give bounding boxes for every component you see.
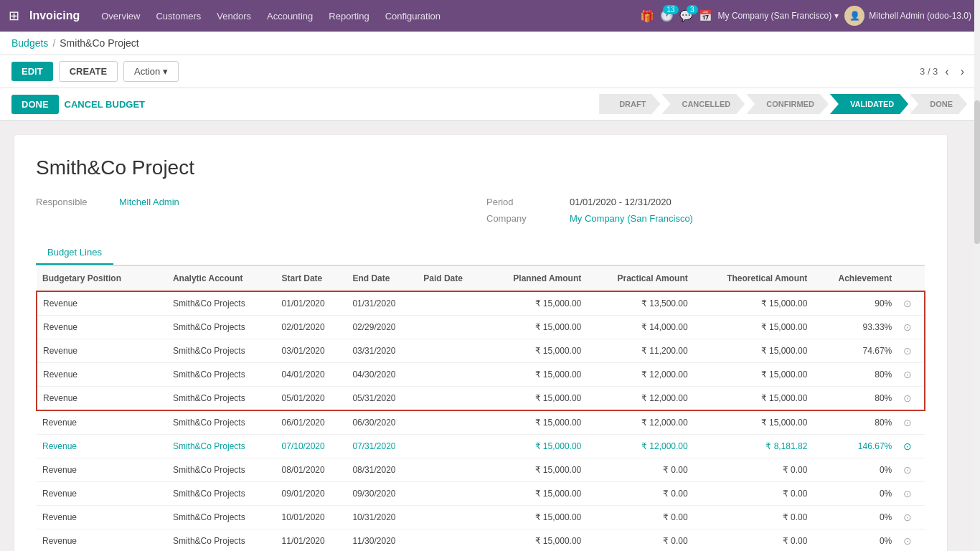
start-date: 09/01/2020 bbox=[276, 482, 347, 506]
achievement: 0% bbox=[813, 458, 897, 482]
cancel-budget-button[interactable]: CANCEL BUDGET bbox=[65, 99, 145, 110]
row-action-icon[interactable]: ⊙ bbox=[897, 506, 925, 529]
row-action-icon[interactable]: ⊙ bbox=[897, 291, 925, 316]
circle-settings-icon[interactable]: ⊙ bbox=[903, 488, 912, 499]
nav-reporting[interactable]: Reporting bbox=[321, 8, 376, 24]
achievement: 80% bbox=[813, 363, 897, 387]
start-date: 03/01/2020 bbox=[276, 339, 347, 363]
row-action-icon[interactable]: ⊙ bbox=[897, 458, 925, 482]
row-action-icon[interactable]: ⊙ bbox=[897, 387, 925, 411]
prev-button[interactable]: ‹ bbox=[941, 64, 953, 80]
analytic-account: Smith&Co Projects bbox=[167, 316, 276, 339]
theoretical-amount: ₹ 15,000.00 bbox=[694, 363, 814, 387]
nav-vendors[interactable]: Vendors bbox=[209, 8, 258, 24]
circle-settings-icon[interactable]: ⊙ bbox=[903, 321, 912, 333]
paid-date bbox=[418, 506, 484, 529]
row-action-icon[interactable]: ⊙ bbox=[897, 363, 925, 387]
status-validated[interactable]: VALIDATED bbox=[830, 94, 908, 114]
scrollbar[interactable] bbox=[974, 0, 980, 551]
table-row[interactable]: RevenueSmith&Co Projects05/01/202005/31/… bbox=[37, 387, 925, 411]
table-row[interactable]: RevenueSmith&Co Projects11/01/202011/30/… bbox=[37, 529, 925, 552]
company-value[interactable]: My Company (San Francisco) bbox=[570, 213, 693, 224]
table-row[interactable]: RevenueSmith&Co Projects08/01/202008/31/… bbox=[37, 458, 925, 482]
nav-accounting[interactable]: Accounting bbox=[260, 8, 320, 24]
table-row[interactable]: RevenueSmith&Co Projects04/01/202004/30/… bbox=[37, 363, 925, 387]
circle-settings-icon[interactable]: ⊙ bbox=[903, 298, 912, 309]
row-action-icon[interactable]: ⊙ bbox=[897, 316, 925, 339]
planned-amount: ₹ 15,000.00 bbox=[484, 529, 587, 552]
th-paid-date: Paid Date bbox=[418, 266, 484, 292]
table-row[interactable]: RevenueSmith&Co Projects06/01/202006/30/… bbox=[37, 410, 925, 435]
circle-settings-icon[interactable]: ⊙ bbox=[903, 464, 912, 476]
start-date: 04/01/2020 bbox=[276, 363, 347, 387]
next-button[interactable]: › bbox=[956, 64, 969, 80]
achievement: 0% bbox=[813, 482, 897, 506]
achievement: 80% bbox=[813, 387, 897, 411]
circle-settings-icon[interactable]: ⊙ bbox=[903, 417, 912, 428]
row-action-icon[interactable]: ⊙ bbox=[897, 339, 925, 363]
budgetary-position: Revenue bbox=[37, 506, 167, 529]
row-action-icon[interactable]: ⊙ bbox=[897, 410, 925, 435]
circle-settings-icon[interactable]: ⊙ bbox=[903, 369, 912, 380]
end-date: 06/30/2020 bbox=[347, 410, 418, 435]
document-title: Smith&Co Project bbox=[36, 156, 925, 179]
th-analytic-account: Analytic Account bbox=[167, 266, 276, 292]
budgetary-position: Revenue bbox=[37, 316, 167, 339]
table-row[interactable]: RevenueSmith&Co Projects10/01/202010/31/… bbox=[37, 506, 925, 529]
start-date: 02/01/2020 bbox=[276, 316, 347, 339]
chat-icon[interactable]: 💬 3 bbox=[679, 9, 693, 22]
practical-amount: ₹ 12,000.00 bbox=[587, 363, 693, 387]
row-action-icon[interactable]: ⊙ bbox=[897, 435, 925, 458]
budgetary-position: Revenue bbox=[37, 387, 167, 411]
row-action-icon[interactable]: ⊙ bbox=[897, 482, 925, 506]
table-row[interactable]: RevenueSmith&Co Projects01/01/202001/31/… bbox=[37, 291, 925, 316]
nav-configuration[interactable]: Configuration bbox=[378, 8, 448, 24]
table-row[interactable]: RevenueSmith&Co Projects03/01/202003/31/… bbox=[37, 339, 925, 363]
theoretical-amount: ₹ 8,181.82 bbox=[694, 435, 814, 458]
circle-settings-icon[interactable]: ⊙ bbox=[903, 345, 912, 357]
circle-settings-icon[interactable]: ⊙ bbox=[903, 441, 912, 452]
status-confirmed[interactable]: CONFIRMED bbox=[746, 94, 829, 114]
nav-overview[interactable]: Overview bbox=[94, 8, 147, 24]
paid-date bbox=[418, 339, 484, 363]
budgetary-position: Revenue bbox=[37, 458, 167, 482]
breadcrumb: Budgets / Smith&Co Project bbox=[0, 32, 980, 55]
nav-customers[interactable]: Customers bbox=[149, 8, 208, 24]
start-date: 08/01/2020 bbox=[276, 458, 347, 482]
create-button[interactable]: CREATE bbox=[59, 61, 118, 82]
meta-right: Period 01/01/2020 - 12/31/2020 Company M… bbox=[486, 197, 925, 224]
done-button[interactable]: DONE bbox=[11, 95, 59, 114]
table-row[interactable]: RevenueSmith&Co Projects07/10/202007/31/… bbox=[37, 435, 925, 458]
meta-responsible: Responsible Mitchell Admin bbox=[36, 197, 475, 224]
table-row[interactable]: RevenueSmith&Co Projects02/01/202002/29/… bbox=[37, 316, 925, 339]
tab-budget-lines[interactable]: Budget Lines bbox=[36, 241, 113, 265]
paid-date bbox=[418, 363, 484, 387]
analytic-account: Smith&Co Projects bbox=[167, 529, 276, 552]
nav-links: Overview Customers Vendors Accounting Re… bbox=[94, 8, 636, 24]
action-dropdown-icon: ▾ bbox=[163, 66, 168, 77]
user-info[interactable]: 👤 Mitchell Admin (odoo-13.0) bbox=[844, 6, 971, 26]
theoretical-amount: ₹ 15,000.00 bbox=[694, 387, 814, 411]
status-done[interactable]: DONE bbox=[910, 94, 967, 114]
company-name: My Company (San Francisco) bbox=[718, 11, 832, 21]
status-cancelled[interactable]: CANCELLED bbox=[661, 94, 745, 114]
circle-settings-icon[interactable]: ⊙ bbox=[903, 512, 912, 523]
action-button[interactable]: Action ▾ bbox=[123, 61, 179, 82]
calendar-icon[interactable]: 📅 bbox=[699, 9, 712, 22]
app-grid-icon[interactable]: ⊞ bbox=[9, 8, 19, 24]
row-action-icon[interactable]: ⊙ bbox=[897, 529, 925, 552]
breadcrumb-parent[interactable]: Budgets bbox=[11, 37, 48, 49]
circle-settings-icon[interactable]: ⊙ bbox=[903, 535, 912, 547]
action-button-label: Action bbox=[134, 66, 160, 77]
status-draft[interactable]: DRAFT bbox=[599, 94, 660, 114]
clock-icon[interactable]: 🕐 13 bbox=[660, 9, 674, 22]
company-selector[interactable]: My Company (San Francisco) ▾ bbox=[718, 11, 839, 21]
gift-icon[interactable]: 🎁 bbox=[640, 9, 654, 23]
practical-amount: ₹ 13,500.00 bbox=[587, 291, 693, 316]
edit-button[interactable]: EDIT bbox=[11, 62, 53, 81]
start-date: 11/01/2020 bbox=[276, 529, 347, 552]
analytic-account: Smith&Co Projects bbox=[167, 339, 276, 363]
responsible-value[interactable]: Mitchell Admin bbox=[119, 197, 179, 207]
circle-settings-icon[interactable]: ⊙ bbox=[903, 392, 912, 404]
table-row[interactable]: RevenueSmith&Co Projects09/01/202009/30/… bbox=[37, 482, 925, 506]
